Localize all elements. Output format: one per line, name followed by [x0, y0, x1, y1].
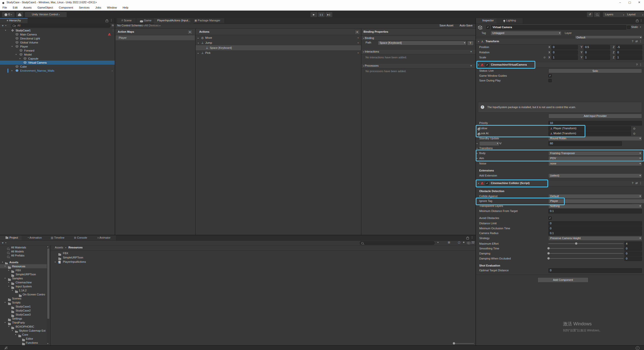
- hierarchy-row-forward[interactable]: Forward: [0, 49, 115, 53]
- menu-jobs[interactable]: Jobs: [93, 5, 104, 11]
- hierarchy-row-main-camera[interactable]: Main Camera: [0, 32, 115, 36]
- tree-core[interactable]: ▾Core: [0, 333, 47, 337]
- devices-dropdown[interactable]: All Devices ▾: [145, 24, 160, 27]
- add-binding-button[interactable]: +: [357, 40, 359, 45]
- menu-gameobject[interactable]: GameObject: [35, 5, 56, 11]
- static-checkbox[interactable]: [627, 26, 630, 29]
- collab-status-icon[interactable]: ✓: [636, 346, 639, 350]
- position-x-field[interactable]: 0: [551, 45, 578, 50]
- path-text-toggle[interactable]: T: [467, 41, 474, 46]
- hierarchy-row-global-volume[interactable]: Global Volume: [0, 40, 115, 45]
- kebab-icon[interactable]: ⋮: [639, 39, 642, 44]
- foldout-open-icon[interactable]: ▾: [5, 264, 6, 268]
- tree-editor[interactable]: Editor: [0, 337, 47, 341]
- foldout-open-icon[interactable]: ▾: [8, 284, 9, 288]
- menu-assets[interactable]: Assets: [21, 5, 34, 11]
- hierarchy-row-directional-light[interactable]: Directional Light: [0, 36, 115, 40]
- help-icon[interactable]: ?: [636, 62, 638, 67]
- add-action-button[interactable]: +: [355, 30, 360, 34]
- hierarchy-lock-icon[interactable]: [106, 19, 108, 23]
- slider-knob[interactable]: [547, 257, 550, 259]
- hierarchy-row-cube[interactable]: Cube: [0, 65, 115, 69]
- add-extension-dropdown[interactable]: (select): [548, 173, 642, 178]
- rotation-z-field[interactable]: 0: [616, 50, 642, 55]
- foldout-open-icon[interactable]: ▾: [12, 329, 13, 333]
- tree-samples[interactable]: ▾Samples: [0, 276, 47, 280]
- close-button[interactable]: ✕: [635, 0, 643, 5]
- slider-track[interactable]: [548, 258, 623, 259]
- foldout-closed-icon[interactable]: ▸: [477, 142, 478, 146]
- processors-section-header[interactable]: ▾ Processors +: [361, 63, 475, 68]
- solo-button[interactable]: Solo: [548, 69, 642, 73]
- tree-cinemachine[interactable]: ▸Cinemachine: [0, 280, 47, 284]
- favorite-all-models[interactable]: All Models: [0, 249, 47, 253]
- gameobject-name-field[interactable]: Virtual Camera: [491, 25, 626, 30]
- position-y-field[interactable]: 0.5: [584, 45, 610, 50]
- tab-game[interactable]: Game: [136, 18, 155, 23]
- prefab-open-chevron[interactable]: ›: [112, 69, 113, 73]
- slider-knob[interactable]: [453, 342, 455, 344]
- hierarchy-row-model[interactable]: ▾ Model: [0, 53, 115, 57]
- action-row-move[interactable]: ▸ ◎ Move +: [196, 35, 361, 40]
- version-control-button[interactable]: Unity Version Control ▾: [25, 12, 67, 17]
- binding-section-header[interactable]: ▾ Binding: [361, 36, 475, 41]
- binding-row-space-keyboard-selected[interactable]: ⊥ Space [Keyboard]: [196, 45, 361, 50]
- step-button[interactable]: ▶❙: [325, 12, 333, 17]
- rotation-x-field[interactable]: 0: [551, 50, 578, 55]
- search-button[interactable]: [594, 12, 600, 17]
- tab-project[interactable]: Project: [0, 235, 24, 240]
- add-binding-button[interactable]: +: [357, 35, 359, 40]
- play-button[interactable]: ▶: [310, 12, 317, 17]
- slider-knob[interactable]: [547, 252, 550, 254]
- auto-save-toggle[interactable]: Auto-Save: [460, 24, 472, 27]
- slider-track[interactable]: [548, 243, 623, 244]
- icon-dropdown-caret[interactable]: ▾: [481, 28, 482, 30]
- breadcrumb-current[interactable]: Resources: [68, 246, 83, 249]
- add-action-map-button[interactable]: +: [187, 30, 192, 34]
- tree-scrollbar[interactable]: ▴ ▾: [47, 245, 50, 345]
- action-row-pick[interactable]: ▸ ⊥ Pick +: [196, 50, 361, 55]
- tab-animation[interactable]: ◔ Animation: [22, 235, 48, 240]
- add-component-button[interactable]: Add Component: [538, 277, 588, 283]
- column-divider[interactable]: [195, 29, 196, 235]
- action-map-row-player[interactable]: Player: [116, 35, 195, 40]
- menu-component[interactable]: Component: [56, 5, 76, 11]
- hierarchy-picker-icon[interactable]: ⧉: [112, 24, 114, 27]
- game-window-guides-checkbox[interactable]: ✓: [548, 74, 552, 77]
- tree-scenes[interactable]: Scenes: [0, 296, 47, 300]
- tag-dropdown[interactable]: Untagged: [491, 31, 561, 35]
- maximize-button[interactable]: ▢: [625, 0, 634, 5]
- cloud-button[interactable]: [16, 12, 23, 17]
- help-icon[interactable]: ?: [632, 39, 633, 44]
- scroll-down-icon[interactable]: ▾: [47, 342, 48, 345]
- scrollbar-thumb[interactable]: [47, 248, 49, 319]
- object-picker-icon[interactable]: ⊙: [633, 126, 635, 130]
- foldout-open-icon[interactable]: ▾: [5, 28, 6, 32]
- save-during-play-checkbox[interactable]: [548, 79, 552, 82]
- foldout-open-icon[interactable]: ▾: [16, 53, 17, 57]
- position-z-field[interactable]: -5: [616, 45, 642, 50]
- lens-fov-field[interactable]: 60: [548, 141, 622, 146]
- foldout-closed-icon[interactable]: ▸: [198, 36, 199, 41]
- scene-kebab-icon[interactable]: ⋮: [112, 28, 114, 32]
- inspector-lock-icon[interactable]: [636, 19, 638, 23]
- add-processor-button[interactable]: +: [470, 64, 472, 68]
- help-icon[interactable]: ?: [632, 181, 633, 186]
- foldout-open-icon[interactable]: ▾: [2, 260, 3, 264]
- inspector-kebab-icon[interactable]: ⋮: [640, 19, 642, 22]
- tree-thirdparty[interactable]: ▾ThirdParty: [0, 321, 47, 325]
- search-filter-label-icon[interactable]: ▤: [448, 241, 450, 244]
- add-interaction-button[interactable]: +: [470, 50, 472, 54]
- asset-row-playerinputactions[interactable]: ▸PlayerInputActions: [51, 260, 151, 264]
- control-schemes-dropdown[interactable]: No Control Schemes ▾: [117, 24, 145, 27]
- tab-lighting[interactable]: Lighting: [497, 18, 523, 24]
- favorite-all-prefabs[interactable]: All Prefabs: [0, 253, 47, 257]
- favorite-all-materials[interactable]: All Materials: [0, 245, 47, 249]
- scroll-up-icon[interactable]: ▴: [47, 245, 48, 248]
- foldout-open-icon[interactable]: ▾: [8, 325, 9, 329]
- smoothing-time-value[interactable]: 0: [624, 246, 642, 251]
- rotation-y-field[interactable]: 0: [584, 50, 610, 55]
- asset-row-simpleurptoon[interactable]: SimpleURPToon: [51, 255, 151, 260]
- tab-timeline[interactable]: ▥ Timeline: [46, 235, 70, 240]
- hidden-packages-eye-icon[interactable]: [467, 242, 470, 245]
